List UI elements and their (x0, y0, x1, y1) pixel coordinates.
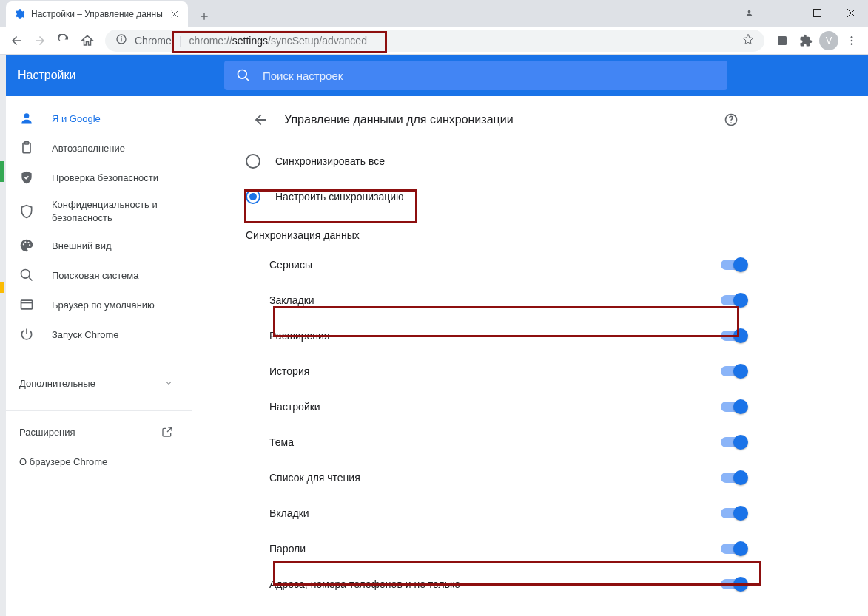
toggle-switch[interactable] (721, 260, 746, 270)
toggle-switch[interactable] (721, 579, 746, 589)
extensions-puzzle-icon[interactable] (795, 30, 816, 51)
settings-search-input[interactable] (263, 70, 716, 82)
sidebar-extensions-link[interactable]: Расширения (0, 417, 192, 447)
site-label: Chrome (135, 35, 172, 47)
sidebar-item-person[interactable]: Я и Google (0, 104, 184, 133)
settings-title: Настройки (0, 69, 224, 82)
nav-back-button[interactable] (6, 30, 27, 51)
sidebar-item-label: Я и Google (52, 113, 101, 124)
svg-point-9 (851, 43, 853, 45)
toggle-switch[interactable] (721, 402, 746, 412)
browser-toolbar: Chrome | chrome://settings/syncSetup/adv… (0, 27, 868, 55)
window-controls (732, 0, 868, 25)
sidebar-item-power[interactable]: Запуск Chrome (0, 319, 184, 349)
shield-icon (19, 204, 34, 219)
toggle-switch[interactable] (721, 508, 746, 518)
search-icon (19, 268, 34, 282)
svg-point-21 (730, 122, 732, 123)
window-account-icon[interactable] (732, 0, 766, 25)
sidebar-advanced[interactable]: Дополнительные (0, 368, 192, 398)
sidebar-item-browser[interactable]: Браузер по умолчанию (0, 290, 184, 319)
svg-rect-6 (778, 36, 787, 45)
radio-label: Настроить синхронизацию (275, 191, 404, 203)
browser-tab[interactable]: Настройки – Управление данны (6, 1, 188, 27)
svg-rect-1 (779, 13, 787, 13)
toggle-label: Расширения (269, 330, 329, 342)
settings-body: Я и GoogleАвтозаполнениеПроверка безопас… (0, 96, 868, 616)
toggle-switch[interactable] (721, 295, 746, 305)
sidebar-item-clipboard[interactable]: Автозаполнение (0, 133, 184, 163)
svg-rect-4 (121, 38, 121, 42)
clipboard-icon (19, 141, 34, 155)
toggle-switch[interactable] (721, 437, 746, 447)
toggle-label: Вкладки (269, 507, 309, 519)
address-bar[interactable]: Chrome | chrome://settings/syncSetup/adv… (105, 30, 764, 52)
sync-toggle-row: Список для чтения (237, 460, 755, 495)
toggle-switch[interactable] (721, 366, 746, 376)
sidebar-item-label: Проверка безопасности (52, 172, 158, 183)
sync-toggle-row: Настройки (237, 389, 755, 424)
sidebar-item-palette[interactable]: Внешний вид (0, 231, 184, 260)
svg-rect-2 (813, 9, 821, 16)
toggle-switch[interactable] (721, 331, 746, 341)
chevron-down-icon (164, 379, 173, 387)
sync-toggle-row: Сервисы (237, 247, 755, 282)
page-header: Управление данными для синхронизации (237, 96, 755, 143)
sidebar-item-search[interactable]: Поисковая система (0, 260, 184, 290)
sidebar-item-label: Конфиденциальность и безопасность (52, 198, 184, 224)
tab-title: Настройки – Управление данны (31, 9, 163, 19)
sync-data-section-title: Синхронизация данных (237, 214, 755, 247)
site-info-icon[interactable] (115, 33, 127, 47)
toggle-label: Список для чтения (269, 472, 360, 484)
sidebar-item-label: Внешний вид (52, 240, 112, 251)
toggle-label: История (269, 365, 309, 377)
toggle-switch[interactable] (721, 544, 746, 554)
nav-reload-button[interactable] (53, 30, 74, 51)
sidebar-item-label: Браузер по умолчанию (52, 299, 155, 311)
toggle-label: Сервисы (269, 259, 312, 271)
window-minimize-button[interactable] (766, 0, 800, 25)
url-text: chrome://settings/syncSetup/advanced (189, 35, 366, 47)
sync-toggle-row: Расширения (237, 318, 755, 353)
svg-point-7 (851, 36, 853, 38)
tab-close-button[interactable] (169, 8, 181, 20)
svg-point-16 (27, 242, 29, 243)
sidebar-about-link[interactable]: О браузере Chrome (0, 447, 192, 476)
page-title: Управление данными для синхронизации (284, 113, 707, 126)
power-icon (19, 327, 34, 342)
new-tab-button[interactable] (194, 6, 215, 27)
sync-toggle-row: История (237, 353, 755, 389)
radio-icon (246, 189, 260, 204)
toggle-label: Пароли (269, 543, 306, 555)
sync-toggle-row: Пароли (237, 531, 755, 566)
radio-sync-custom[interactable]: Настроить синхронизацию (237, 179, 755, 214)
settings-favicon-icon (13, 8, 25, 20)
window-maximize-button[interactable] (800, 0, 834, 25)
nav-forward-button[interactable] (30, 30, 50, 51)
extension-icon-1[interactable] (772, 30, 793, 51)
toggle-switch[interactable] (721, 473, 746, 483)
window-close-button[interactable] (834, 0, 868, 25)
browser-icon (19, 297, 34, 312)
settings-header: Настройки (0, 55, 868, 96)
radio-icon (246, 154, 260, 169)
svg-point-15 (24, 241, 26, 243)
radio-sync-all[interactable]: Синхронизировать все (237, 143, 755, 179)
nav-home-button[interactable] (77, 30, 98, 51)
open-external-icon (161, 426, 173, 438)
svg-rect-19 (21, 300, 33, 309)
sidebar-item-shield[interactable]: Конфиденциальность и безопасность (0, 192, 184, 231)
help-icon[interactable] (722, 111, 740, 129)
sidebar-item-label: Запуск Chrome (52, 329, 119, 340)
sync-toggle-row: Вкладки (237, 495, 755, 531)
toggle-label: Закладки (269, 294, 314, 306)
settings-search[interactable] (224, 61, 727, 90)
svg-point-8 (851, 39, 853, 41)
sidebar-item-label: Автозаполнение (52, 143, 125, 154)
browser-menu-button[interactable] (841, 30, 862, 51)
page-back-button[interactable] (252, 111, 269, 129)
bookmark-star-icon[interactable] (742, 33, 754, 47)
sidebar-item-shield-check[interactable]: Проверка безопасности (0, 163, 184, 192)
svg-point-11 (24, 113, 30, 118)
profile-avatar[interactable]: V (819, 31, 838, 50)
